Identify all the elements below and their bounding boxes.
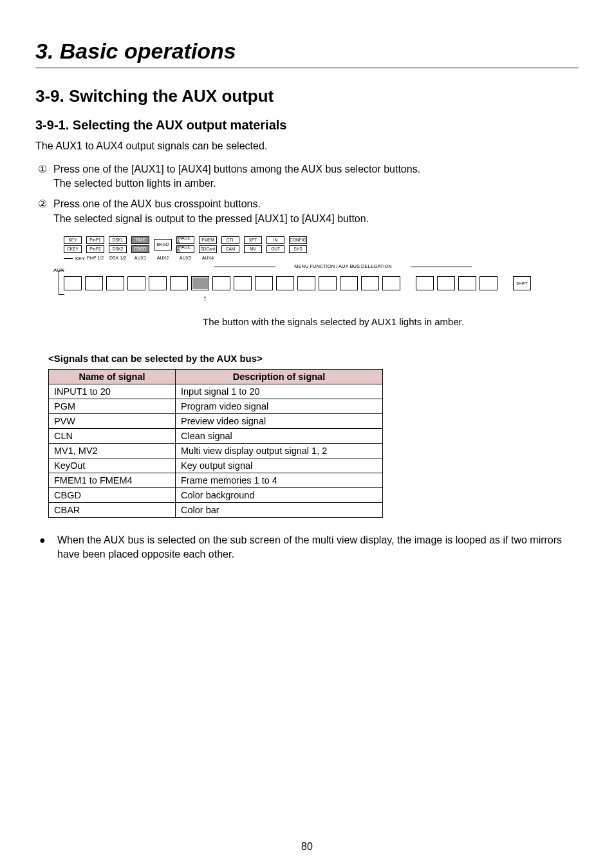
crosspoint-button	[416, 276, 434, 290]
bkgd-button: BKGD	[154, 239, 172, 250]
crosspoint-button	[437, 276, 455, 290]
step-text: Press one of the AUX bus crosspoint butt…	[53, 198, 261, 209]
signal-name: INPUT1 to 20	[49, 384, 176, 399]
button-stack: DSK1 DSK2	[109, 236, 127, 253]
chapter-title: 3. Basic operations	[35, 39, 579, 68]
under-label: AUX2	[154, 256, 172, 260]
section-title: 3-9. Switching the AUX output	[35, 86, 579, 106]
under-label: AUX3	[176, 256, 194, 260]
button-stack: IN OUT	[266, 236, 284, 253]
time-button: TIME	[131, 236, 149, 244]
signal-name: PVW	[49, 414, 176, 429]
table-row: KeyOutKey output signal	[49, 458, 383, 473]
table-row: CBARColor bar	[49, 503, 383, 518]
button-stack: XPT MV	[244, 236, 262, 253]
imagea-button: IMAGE A	[176, 236, 194, 244]
step-text: Press one of the [AUX1] to [AUX4] button…	[53, 164, 420, 175]
signal-table: Name of signal Description of signal INP…	[48, 369, 383, 518]
diagram-container: KEY CKEY PinP1 PinP2 DSK1 DSK2 TIME CBGD…	[42, 236, 579, 327]
arrow-up-icon: ↑	[203, 293, 207, 303]
diagram-caption: The button with the signals selected by …	[203, 316, 579, 327]
crosspoint-button	[340, 276, 358, 290]
signal-name: MV1, MV2	[49, 444, 176, 458]
crosspoint-button	[170, 276, 188, 290]
step-text: The selected button lights in amber.	[53, 178, 216, 189]
crosspoint-button	[212, 276, 230, 290]
pinp2-button: PinP2	[86, 245, 104, 253]
table-row: INPUT1 to 20Input signal 1 to 20	[49, 384, 383, 399]
key-button: KEY	[64, 236, 82, 244]
signal-desc: Preview video signal	[176, 414, 383, 429]
signal-desc: Key output signal	[176, 458, 383, 473]
sys-button: SYS	[289, 245, 307, 253]
signal-name: CBGD	[49, 488, 176, 503]
step-list: ① Press one of the [AUX1] to [AUX4] butt…	[35, 162, 579, 227]
button-stack: IMAGE A IMAGE B	[176, 236, 194, 253]
crosspoint-button-selected	[191, 276, 209, 290]
shift-button: SHIFT	[513, 276, 531, 290]
table-row: PVWPreview video signal	[49, 414, 383, 429]
dsk1-button: DSK1	[109, 236, 127, 244]
imageb-button: IMAGE B	[176, 245, 194, 253]
signal-desc: Color background	[176, 488, 383, 503]
crosspoint-button	[255, 276, 273, 290]
button-stack: TIME CBGD	[131, 236, 149, 253]
table-row: CBGDColor background	[49, 488, 383, 503]
mv-button: MV	[244, 245, 262, 253]
table-header: Name of signal	[49, 370, 176, 384]
signal-desc: Program video signal	[176, 399, 383, 414]
note-text: ●When the AUX bus is selected on the sub…	[48, 533, 579, 561]
signal-desc: Color bar	[176, 503, 383, 518]
signal-name: KeyOut	[49, 458, 176, 473]
signal-name: PGM	[49, 399, 176, 414]
crosspoint-button	[479, 276, 498, 290]
button-stack: CONFIG SYS	[289, 236, 307, 253]
crosspoint-button	[297, 276, 315, 290]
crosspoint-button	[319, 276, 337, 290]
crosspoint-button	[64, 276, 82, 290]
subsection-title: 3-9-1. Selecting the AUX output material…	[35, 118, 579, 133]
out-button: OUT	[266, 245, 284, 253]
intro-text: The AUX1 to AUX4 output signals can be s…	[35, 139, 579, 153]
signal-desc: Input signal 1 to 20	[176, 384, 383, 399]
signal-desc: Frame memories 1 to 4	[176, 473, 383, 488]
dsk2-button: DSK2	[109, 245, 127, 253]
selector-button-row: KEY CKEY PinP1 PinP2 DSK1 DSK2 TIME CBGD…	[64, 236, 307, 253]
table-header: Description of signal	[176, 370, 383, 384]
button-stack: PinP1 PinP2	[86, 236, 104, 253]
page: 3. Basic operations 3-9. Switching the A…	[0, 0, 614, 868]
aux-label: AUX	[53, 267, 64, 273]
cbgd-button: CBGD	[131, 245, 149, 253]
step-number: ②	[38, 197, 47, 211]
button-stack: CTL CAM	[221, 236, 239, 253]
under-label: DSK 1/2	[109, 256, 127, 260]
signal-name: FMEM1 to FMEM4	[49, 473, 176, 488]
step-item: ① Press one of the [AUX1] to [AUX4] butt…	[53, 162, 579, 191]
under-label: AUX1	[131, 256, 149, 260]
signal-desc: Clean signal	[176, 429, 383, 444]
fmem-button: FMEM	[199, 236, 217, 244]
step-number: ①	[38, 162, 47, 176]
table-row: PGMProgram video signal	[49, 399, 383, 414]
under-labels-row: PinP 1/2 DSK 1/2 AUX1 AUX2 AUX3 AUX4	[64, 256, 217, 260]
menu-function-label: MENU FUNCTION / AUX BUS DELEGATION	[214, 263, 472, 270]
page-number: 80	[0, 841, 614, 853]
button-stack: FMEM SDCard	[199, 236, 217, 253]
crosspoint-button	[382, 276, 400, 290]
crosspoint-row: SHIFT	[64, 276, 531, 290]
crosspoint-button	[85, 276, 103, 290]
signal-name: CBAR	[49, 503, 176, 518]
crosspoint-button	[361, 276, 379, 290]
crosspoint-button	[458, 276, 476, 290]
button-stack: KEY CKEY	[64, 236, 82, 253]
under-label: AUX4	[199, 256, 217, 260]
in-button: IN	[266, 236, 284, 244]
pinp1-button: PinP1	[86, 236, 104, 244]
cam-button: CAM	[221, 245, 239, 253]
under-label	[64, 256, 82, 260]
panel-diagram: KEY CKEY PinP1 PinP2 DSK1 DSK2 TIME CBGD…	[42, 236, 563, 307]
ckey-button: CKEY	[64, 245, 82, 253]
ctl-button: CTL	[221, 236, 239, 244]
button-stack: BKGD	[154, 236, 172, 253]
note-body: When the AUX bus is selected on the sub …	[57, 534, 562, 560]
